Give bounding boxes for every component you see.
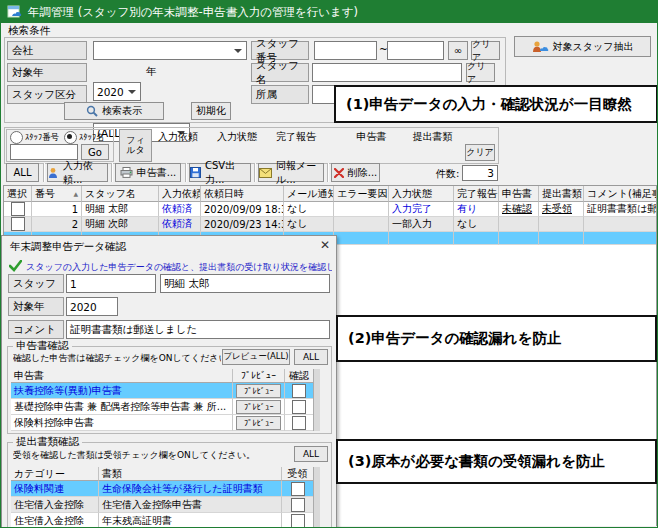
dialog-comment-label: コメント <box>8 320 64 339</box>
header-no[interactable]: 番号▲ <box>32 186 82 202</box>
toolbar-separator <box>111 163 113 182</box>
envelope-icon <box>259 168 272 178</box>
header-input-state[interactable]: 入力状態 <box>389 186 454 202</box>
header-report[interactable]: 申告書 <box>499 186 539 202</box>
csv-export-button[interactable]: CSV出力... <box>189 163 251 182</box>
radio-staff-name-label: ｽﾀｯﾌ名 <box>79 132 105 144</box>
confirm-checkbox[interactable] <box>292 416 306 430</box>
doc-name: 年末残高証明書 <box>99 513 282 528</box>
scrollbar-track[interactable] <box>313 369 320 431</box>
confirm-checkbox[interactable] <box>292 400 306 414</box>
receive-checkbox[interactable] <box>291 498 305 512</box>
range-infinity-button[interactable]: ∞ <box>448 41 468 60</box>
filter-col-label-done: 完了報告 <box>268 130 324 144</box>
submit-row[interactable]: 住宅借入金控除 住宅借入金控除申告書 <box>11 497 313 513</box>
dialog-comment-input[interactable]: 証明書書類は郵送しました <box>66 320 330 339</box>
staff-no-label: スタッフ番号 <box>251 41 309 60</box>
cell-datetime: 2020/09/23 14:35 <box>201 217 284 232</box>
submit-docs-group: 提出書類確認 受領を確認した書類は受領チェック欄をONしてください。 ALL カ… <box>7 442 332 528</box>
target-year-select[interactable]: 2020 <box>93 82 141 101</box>
cell-error <box>334 202 389 217</box>
report-name: 扶養控除等(異動)申告書 <box>11 383 233 399</box>
report-print-button[interactable]: 申告書... <box>115 163 181 182</box>
col-category: カテゴリー <box>11 467 99 481</box>
toolbar-separator <box>43 163 45 182</box>
company-select[interactable] <box>93 41 247 60</box>
staff-no-from-input[interactable] <box>314 41 377 60</box>
report-row[interactable]: 扶養控除等(異動)申告書 ﾌﾟﾚﾋﾞｭｰ <box>11 383 313 399</box>
staff-no-to-input[interactable] <box>387 41 444 60</box>
person-icon <box>48 167 59 179</box>
staff-name-clear-button[interactable]: クリア <box>466 63 495 82</box>
cell-error <box>334 217 389 232</box>
col-doc: 書類 <box>99 467 282 481</box>
extract-target-staff-button[interactable]: 対象スタッフ抽出 <box>514 36 651 57</box>
grid-row-2[interactable]: 2 明細 次郎 依頼済 2020/09/23 14:35 なし 一部入力 なし <box>4 217 656 232</box>
header-error[interactable]: エラー要因 <box>334 186 389 202</box>
preview-button[interactable]: ﾌﾟﾚﾋﾞｭｰ <box>236 416 281 430</box>
radio-staff-name[interactable] <box>64 131 77 144</box>
company-label: 会社 <box>7 41 87 60</box>
header-select[interactable]: 選択 <box>4 186 32 202</box>
grid-header-row: 選択 番号▲ スタッフ名 入力依頼 依頼日時 メール通知 エラー要因 入力状態 … <box>4 186 656 202</box>
header-comment[interactable]: コメント(補足事項) <box>584 186 656 202</box>
row-checkbox[interactable] <box>11 202 25 216</box>
cell-state: 一部入力 <box>389 217 454 232</box>
submit-all-button[interactable]: ALL <box>294 446 328 462</box>
report-row[interactable]: 基礎控除申告書 兼 配偶者控除等申告書 兼 所... ﾌﾟﾚﾋﾞｭｰ <box>11 399 313 415</box>
doc-name: 生命保険会社等が発行した証明書類 <box>99 481 282 497</box>
submit-docs-legend: 提出書類確認 <box>13 435 82 449</box>
dialog-close-button[interactable]: ✕ <box>320 238 330 252</box>
docs-unreceived-link[interactable]: 未受領 <box>542 202 572 216</box>
submit-instruction: 受領を確認した書類は受領チェック欄をONしてください。 <box>13 449 291 462</box>
dialog-description: スタッフの入力した申告データの確認と、提出書類の受け取り状況を確認します。 <box>26 261 332 274</box>
delete-button[interactable]: 削除... <box>331 163 380 182</box>
staff-name-input[interactable] <box>312 63 462 82</box>
broadcast-mail-button[interactable]: 同報メール... <box>258 163 324 182</box>
filter-clear-button[interactable]: クリア <box>465 144 495 161</box>
staff-no-clear-button[interactable]: クリア <box>471 41 500 60</box>
header-submit-docs[interactable]: 提出書類 <box>539 186 584 202</box>
header-request[interactable]: 入力依頼 <box>159 186 201 202</box>
dialog-staff-no: 1 <box>66 274 156 293</box>
submit-row[interactable]: 住宅借入金控除 年末残高証明書 <box>11 513 313 528</box>
target-year-label: 対象年 <box>7 63 87 82</box>
header-staff-name[interactable]: スタッフ名 <box>82 186 159 202</box>
window-title: 年調管理 (スタッフ別の年末調整-申告書入力の管理を行います) <box>28 5 358 20</box>
grid-row-1[interactable]: 1 明細 太郎 依頼済 2020/09/09 18:36 なし 入力完了 有り … <box>4 202 656 217</box>
report-row[interactable]: 保険料控除申告書 ﾌﾟﾚﾋﾞｭｰ <box>11 415 313 431</box>
cell-done <box>454 232 499 245</box>
search-display-button[interactable]: 検索表示 <box>64 102 164 120</box>
input-request-button[interactable]: 入力依頼... <box>47 163 108 182</box>
receive-checkbox[interactable] <box>291 514 305 528</box>
preview-button[interactable]: ﾌﾟﾚﾋﾞｭｰ <box>236 384 281 398</box>
cell-error <box>334 232 389 245</box>
confirm-checkbox[interactable] <box>292 384 306 398</box>
report-unconfirmed-link[interactable]: 未確認 <box>502 202 532 216</box>
report-all-button[interactable]: ALL <box>294 349 328 365</box>
doc-category: 保険料関連 <box>11 481 99 497</box>
header-mail-notice[interactable]: メール通知 <box>284 186 334 202</box>
cell-state: 入力完了 <box>389 202 454 217</box>
cell-comment: 証明書書類は郵送しました <box>584 202 656 217</box>
check-icon <box>9 260 22 274</box>
row-checkbox[interactable] <box>11 217 25 231</box>
reset-button[interactable]: 初期化 <box>191 102 231 120</box>
cell-report <box>499 217 539 232</box>
header-request-datetime[interactable]: 依頼日時 <box>201 186 284 202</box>
cell-no: 2 <box>32 217 82 232</box>
preview-all-button[interactable]: プレビュー(ALL) <box>222 349 290 365</box>
radio-staff-number[interactable] <box>10 131 23 144</box>
toolbar-separator <box>185 163 187 182</box>
submit-row[interactable]: 保険料関連 生命保険会社等が発行した証明書類 <box>11 481 313 497</box>
scrollbar-track[interactable] <box>313 467 320 528</box>
department-label: 所属 <box>251 85 309 104</box>
toolbar-separator <box>254 163 256 182</box>
receive-checkbox[interactable] <box>291 482 305 496</box>
preview-button[interactable]: ﾌﾟﾚﾋﾞｭｰ <box>236 400 281 414</box>
cell-docs <box>539 232 584 245</box>
cell-done: 有り <box>454 202 499 217</box>
select-all-button[interactable]: ALL <box>6 163 39 182</box>
header-done-report[interactable]: 完了報告 <box>454 186 499 202</box>
cell-request: 依頼済 <box>159 202 201 217</box>
